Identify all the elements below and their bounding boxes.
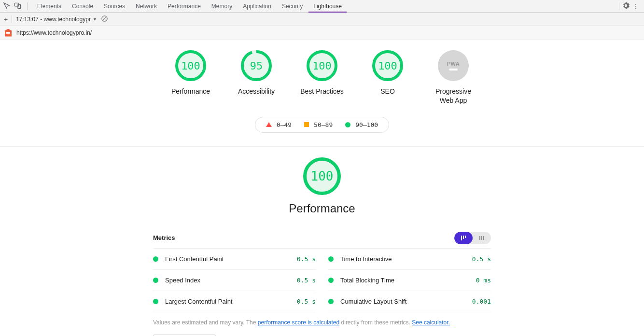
chevron-down-icon: ▼: [93, 17, 97, 22]
triangle-red-icon: [266, 122, 272, 127]
gauge-score: 100: [307, 50, 337, 81]
status-dot-icon: [328, 299, 334, 304]
status-dot-icon: [328, 278, 334, 283]
toggle-compact[interactable]: [454, 232, 473, 244]
gauge-label: Best Practices: [300, 87, 343, 96]
gauge-score: 95: [241, 50, 272, 81]
metric-row: Largest Contentful Paint 0.5 s: [153, 291, 316, 312]
divider: [619, 2, 619, 10]
metrics-footnote: Values are estimated and may vary. The p…: [153, 319, 491, 326]
tab-sources[interactable]: Sources: [99, 0, 130, 13]
metric-name: Total Blocking Time: [340, 277, 394, 284]
status-dot-icon: [153, 299, 158, 304]
tab-performance[interactable]: Performance: [163, 0, 206, 13]
tab-network[interactable]: Network: [131, 0, 162, 13]
status-dot-icon: [328, 256, 334, 262]
section-divider: [0, 146, 644, 147]
lighthouse-report: 100 Performance 95 Accessibility 100 Bes…: [0, 40, 644, 336]
lighthouse-toolbar: + 17:13:07 - www.technologypr ▼: [0, 13, 644, 26]
footnote-link-calculator[interactable]: See calculator.: [412, 319, 450, 326]
square-orange-icon: [304, 122, 309, 127]
metric-name: First Contentful Paint: [165, 255, 224, 263]
tab-application[interactable]: Application: [238, 0, 276, 13]
gauge-performance[interactable]: 100 Performance: [168, 50, 214, 105]
metric-row: Cumulative Layout Shift 0.001: [328, 291, 491, 312]
metric-name: Largest Contentful Paint: [165, 298, 232, 305]
toggle-expanded[interactable]: [473, 232, 491, 244]
metrics-view-toggle[interactable]: [454, 232, 491, 244]
device-toggle-icon[interactable]: [14, 2, 21, 11]
score-legend: 0–49 50–89 90–100: [255, 117, 389, 133]
performance-big-gauge: 100: [303, 157, 341, 195]
gear-icon[interactable]: [622, 2, 630, 11]
pwa-bar-icon: [449, 69, 458, 70]
performance-title: Performance: [289, 202, 355, 215]
metric-value: 0.5 s: [297, 255, 316, 263]
status-dot-icon: [153, 256, 158, 262]
gauge-pwa[interactable]: PWA Progressive Web App: [430, 50, 476, 105]
performance-section: 100 Performance Metrics First Contentful…: [153, 157, 491, 336]
report-selector-label: 17:13:07 - www.technologypr: [16, 16, 91, 23]
report-url: https://www.technologypro.in/: [16, 29, 92, 36]
new-report-button[interactable]: +: [4, 15, 8, 23]
metric-name: Time to Interactive: [340, 255, 392, 263]
metric-value: 0.5 s: [297, 277, 316, 284]
divider: [27, 2, 28, 10]
metric-row: First Contentful Paint 0.5 s: [153, 249, 316, 270]
performance-big-score: 100: [303, 157, 341, 195]
svg-line-3: [103, 16, 107, 20]
metrics-heading: Metrics: [153, 234, 175, 241]
gauge-score: 100: [372, 50, 403, 81]
metric-value: 0 ms: [476, 277, 491, 284]
metric-name: Cumulative Layout Shift: [340, 298, 406, 305]
gauge-accessibility[interactable]: 95 Accessibility: [233, 50, 280, 105]
metric-row: Total Blocking Time 0 ms: [328, 270, 491, 291]
legend-low: 0–49: [277, 121, 292, 128]
metric-value: 0.5 s: [297, 298, 316, 305]
gauge-label: Progressive Web App: [430, 87, 476, 105]
gauge-label: Performance: [171, 87, 210, 96]
footnote-text: Values are estimated and may vary. The: [153, 319, 258, 326]
more-icon[interactable]: ⋮: [630, 2, 641, 10]
url-bar: https://www.technologypro.in/: [0, 26, 644, 40]
tab-console[interactable]: Console: [67, 0, 98, 13]
tab-memory[interactable]: Memory: [207, 0, 237, 13]
footnote-text: directly from these metrics.: [339, 319, 412, 326]
metric-row: Speed Index 0.5 s: [153, 270, 316, 291]
tab-elements[interactable]: Elements: [32, 0, 66, 13]
pwa-badge-text: PWA: [447, 61, 460, 67]
legend-high: 90–100: [355, 121, 378, 128]
metric-value: 0.001: [472, 298, 491, 305]
gauge-label: SEO: [380, 87, 395, 96]
status-dot-icon: [153, 278, 158, 283]
devtools-tab-bar: Elements Console Sources Network Perform…: [0, 0, 644, 13]
gauge-label: Accessibility: [238, 87, 275, 96]
category-gauges: 100 Performance 95 Accessibility 100 Bes…: [0, 50, 644, 105]
legend-mid: 50–89: [314, 121, 333, 128]
clear-icon[interactable]: [101, 15, 108, 24]
circle-green-icon: [345, 122, 350, 127]
report-selector[interactable]: 17:13:07 - www.technologypr ▼: [16, 16, 97, 23]
metric-value: 0.5 s: [472, 255, 491, 263]
gauge-best-practices[interactable]: 100 Best Practices: [299, 50, 345, 105]
metric-name: Speed Index: [165, 277, 200, 284]
gauge-seo[interactable]: 100 SEO: [364, 50, 411, 105]
divider: [12, 15, 12, 23]
lighthouse-icon: [5, 29, 12, 37]
tab-lighthouse[interactable]: Lighthouse: [308, 0, 347, 13]
metric-row: Time to Interactive 0.5 s: [328, 249, 491, 270]
footnote-link-calculation[interactable]: performance score is calculated: [258, 319, 339, 326]
inspect-icon[interactable]: [3, 2, 10, 11]
tab-security[interactable]: Security: [277, 0, 308, 13]
gauge-score: 100: [175, 50, 206, 81]
metrics-grid: First Contentful Paint 0.5 s Speed Index…: [153, 249, 491, 312]
